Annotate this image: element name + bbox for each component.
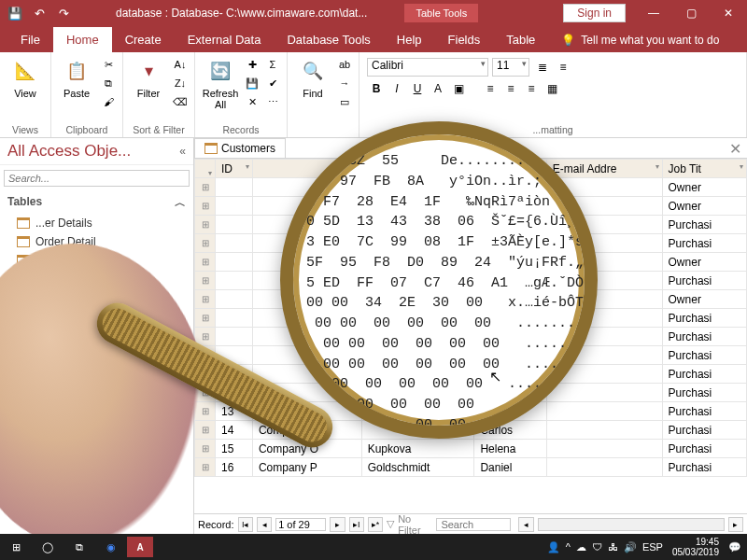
save-rec-icon[interactable]: 💾 xyxy=(244,75,261,91)
table-row[interactable]: ⊞12CoPurchasi xyxy=(195,384,747,402)
datasheet-tab[interactable]: Customers xyxy=(194,138,286,158)
column-header[interactable]: E-mail Addre xyxy=(546,160,662,178)
goto-icon[interactable]: → xyxy=(336,75,353,91)
refresh-button[interactable]: 🔄Refresh All xyxy=(201,56,240,110)
fill-icon[interactable]: ▣ xyxy=(449,79,468,98)
table-row[interactable]: ⊞Purchasi xyxy=(195,365,747,384)
select-all-cell[interactable] xyxy=(195,160,216,178)
align-center-icon[interactable]: ≡ xyxy=(501,79,520,98)
close-icon[interactable]: ✕ xyxy=(710,0,747,26)
sort-asc-icon[interactable]: A↓ xyxy=(172,56,189,73)
table-row[interactable]: ⊞Purchasi xyxy=(195,309,747,328)
cut-icon[interactable]: ✂ xyxy=(100,56,117,73)
row-expand-icon[interactable]: ⊞ xyxy=(195,272,216,290)
delete-icon[interactable]: ✕ xyxy=(244,93,261,110)
tellme-search[interactable]: 💡Tell me what you want to do xyxy=(548,28,732,52)
column-header[interactable]: Job Tit xyxy=(662,160,746,178)
row-expand-icon[interactable]: ⊞ xyxy=(195,384,216,402)
table-row[interactable]: ⊞Owner xyxy=(195,253,747,272)
row-expand-icon[interactable]: ⊞ xyxy=(195,309,216,328)
new-record-button[interactable]: ▸* xyxy=(368,517,383,532)
table-row[interactable]: ⊞16Company PGoldschmidtDanielPurchasi xyxy=(195,458,747,477)
nav-item[interactable]: ... xyxy=(7,270,186,288)
tab-dbtools[interactable]: Database Tools xyxy=(274,27,383,52)
scroll-right-button[interactable]: ▸ xyxy=(728,517,743,532)
clear-sort-icon[interactable]: ⌫ xyxy=(172,93,189,110)
fontcolor-icon[interactable]: A xyxy=(429,79,447,98)
font-combo[interactable]: Calibri xyxy=(367,58,488,77)
view-button[interactable]: 📐View xyxy=(6,56,45,99)
fontsize-combo[interactable]: 11 xyxy=(492,58,529,77)
people-icon[interactable]: 👤 xyxy=(547,541,560,553)
underline-icon[interactable]: U xyxy=(408,79,427,98)
row-expand-icon[interactable]: ⊞ xyxy=(195,365,216,384)
numbering-icon[interactable]: ≡ xyxy=(554,58,572,77)
totals-icon[interactable]: Σ xyxy=(264,56,281,73)
copy-icon[interactable]: ⧉ xyxy=(100,75,117,91)
prev-record-button[interactable]: ◂ xyxy=(257,517,272,532)
record-position-input[interactable] xyxy=(275,518,326,531)
tab-home[interactable]: Home xyxy=(53,27,112,52)
last-record-button[interactable]: ▸I xyxy=(349,517,364,532)
next-record-button[interactable]: ▸ xyxy=(330,517,345,532)
filter-button[interactable]: ▾Filter xyxy=(129,56,168,99)
row-expand-icon[interactable]: ⊞ xyxy=(195,458,216,477)
table-row[interactable]: ⊞Owner xyxy=(195,290,747,309)
tab-create[interactable]: Create xyxy=(112,27,175,52)
signin-button[interactable]: Sign in xyxy=(563,4,626,22)
new-icon[interactable]: ✚ xyxy=(244,56,261,73)
first-record-button[interactable]: I◂ xyxy=(238,517,253,532)
tab-externaldata[interactable]: External Data xyxy=(175,27,275,52)
tray-up-icon[interactable]: ^ xyxy=(566,541,571,553)
undo-icon[interactable]: ↶ xyxy=(30,4,49,22)
nav-item[interactable]: Order Detail xyxy=(7,232,186,251)
table-row[interactable]: ⊞15Company OKupkovaHelenaPurchasi xyxy=(195,440,747,458)
table-row[interactable]: ⊞Purchasi xyxy=(195,234,747,253)
nav-item[interactable]: Orders xyxy=(7,251,186,270)
table-row[interactable]: ⊞Owner xyxy=(195,197,747,216)
notifications-icon[interactable]: 💬 xyxy=(728,541,741,553)
table-row[interactable]: ⊞Owner xyxy=(195,178,747,197)
table-row[interactable]: ⊞Purchasi xyxy=(195,328,747,346)
start-button[interactable]: ⊞ xyxy=(0,534,32,560)
search-taskbar-icon[interactable]: ◯ xyxy=(32,534,63,560)
tab-help[interactable]: Help xyxy=(384,27,435,52)
row-expand-icon[interactable]: ⊞ xyxy=(195,328,216,346)
row-expand-icon[interactable]: ⊞ xyxy=(195,197,216,216)
data-grid[interactable]: IDE-mail AddreJob Tit⊞Owner⊞Owner⊞Purcha… xyxy=(194,159,747,477)
chevron-up-icon[interactable]: ︿ xyxy=(175,195,186,211)
align-left-icon[interactable]: ≡ xyxy=(481,79,500,98)
italic-icon[interactable]: I xyxy=(388,79,406,98)
row-expand-icon[interactable]: ⊞ xyxy=(195,234,216,253)
nav-group-tables[interactable]: Tables xyxy=(7,195,42,211)
scroll-left-button[interactable]: ◂ xyxy=(518,517,533,532)
spell-icon[interactable]: ✔ xyxy=(264,75,281,91)
taskview-icon[interactable]: ⧉ xyxy=(63,534,95,560)
align-right-icon[interactable]: ≡ xyxy=(522,79,541,98)
access-icon[interactable]: A xyxy=(127,537,153,557)
bullets-icon[interactable]: ≣ xyxy=(533,58,552,77)
column-header[interactable] xyxy=(252,160,361,178)
onedrive-icon[interactable]: ☁ xyxy=(576,541,586,553)
network-icon[interactable]: 🖧 xyxy=(608,541,618,553)
nav-collapse-icon[interactable]: « xyxy=(179,145,186,158)
nav-item[interactable]: ... xyxy=(7,288,186,307)
replace-icon[interactable]: ab xyxy=(336,56,353,73)
table-row[interactable]: ⊞14Company NCarlosPurchasi xyxy=(195,421,747,440)
row-expand-icon[interactable]: ⊞ xyxy=(195,290,216,309)
row-expand-icon[interactable]: ⊞ xyxy=(195,421,216,440)
table-row[interactable]: ⊞Purchasi xyxy=(195,346,747,365)
language-indicator[interactable]: ESP xyxy=(642,541,663,553)
row-expand-icon[interactable]: ⊞ xyxy=(195,216,216,234)
row-expand-icon[interactable]: ⊞ xyxy=(195,178,216,197)
table-row[interactable]: ⊞Purchasi xyxy=(195,272,747,290)
column-header[interactable] xyxy=(474,160,546,178)
table-row[interactable]: ⊞Purchasi xyxy=(195,216,747,234)
tab-table[interactable]: Table xyxy=(493,27,548,52)
sort-desc-icon[interactable]: Z↓ xyxy=(172,75,189,91)
clock[interactable]: 19:4505/03/2019 xyxy=(669,537,723,557)
grid-search-input[interactable] xyxy=(436,518,511,531)
row-expand-icon[interactable]: ⊞ xyxy=(195,402,216,421)
save-icon[interactable]: 💾 xyxy=(6,4,24,22)
close-tab-icon[interactable]: ✕ xyxy=(724,138,747,158)
